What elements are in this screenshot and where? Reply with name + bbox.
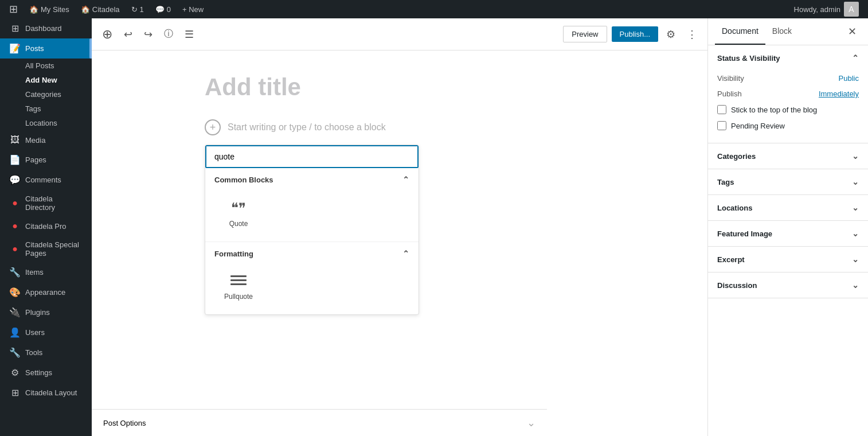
tab-document[interactable]: Document: [715, 18, 765, 45]
my-sites-menu[interactable]: 🏠 My Sites: [25, 0, 74, 18]
sidebar-item-items[interactable]: 🔧 Items: [0, 262, 92, 282]
tags-header[interactable]: Tags ⌄: [708, 169, 868, 194]
post-options-label: Post Options: [103, 419, 146, 427]
locations-header[interactable]: Locations ⌄: [708, 195, 868, 220]
status-visibility-header[interactable]: Status & Visibility ⌃: [708, 45, 868, 71]
post-title-input[interactable]: Add title: [205, 73, 595, 101]
status-visibility-chevron: ⌃: [852, 53, 859, 63]
publish-button[interactable]: Publish...: [612, 26, 658, 42]
sidebar-item-media[interactable]: 🖼 Media: [0, 130, 92, 150]
block-item-quote[interactable]: ❝❞ Quote: [210, 193, 267, 235]
categories-header[interactable]: Categories ⌄: [708, 143, 868, 169]
tags-chevron: ⌄: [852, 177, 859, 186]
block-add-button[interactable]: +: [205, 119, 221, 135]
sidebar-subitem-all-posts[interactable]: All Posts: [0, 59, 92, 73]
wp-logo[interactable]: ⊞: [5, 3, 22, 15]
sidebar-subitem-locations[interactable]: Locations: [0, 116, 92, 130]
sidebar-item-citadela-directory[interactable]: ● Citadela Directory: [0, 190, 92, 216]
formatting-header[interactable]: Formatting ⌃: [205, 242, 419, 263]
more-tools-button[interactable]: ☰: [181, 25, 197, 44]
avatar: A: [844, 2, 859, 17]
discussion-header[interactable]: Discussion ⌄: [708, 272, 868, 298]
publish-value[interactable]: Immediately: [819, 89, 859, 98]
visibility-value[interactable]: Public: [839, 74, 859, 83]
panel-section-categories: Categories ⌄: [708, 143, 868, 169]
sidebar-item-comments[interactable]: 💬 Comments: [0, 170, 92, 190]
formatting-grid: Pullquote: [205, 263, 419, 314]
preview-button[interactable]: Preview: [563, 26, 607, 42]
post-options-chevron[interactable]: ⌄: [527, 416, 535, 429]
comments-sidebar-icon: 💬: [9, 174, 21, 185]
stick-top-row: Stick to the top of the blog: [717, 102, 859, 118]
panel-section-discussion: Discussion ⌄: [708, 272, 868, 298]
citadela-layout-icon: ⊞: [9, 387, 21, 398]
common-blocks-toggle[interactable]: ⌃: [402, 175, 409, 184]
undo-button[interactable]: ↩: [120, 25, 136, 44]
sidebar-item-dashboard[interactable]: ⊞ Dashboard: [0, 18, 92, 38]
media-icon: 🖼: [9, 135, 21, 145]
add-block-button[interactable]: ⊕: [99, 24, 116, 45]
status-visibility-label: Status & Visibility: [717, 54, 780, 63]
pullquote-icon: [230, 274, 247, 289]
block-item-pullquote[interactable]: Pullquote: [210, 267, 267, 307]
updates-menu[interactable]: ↻ 1: [127, 0, 148, 18]
locations-label: Locations: [717, 204, 752, 212]
pending-review-checkbox[interactable]: [717, 121, 726, 130]
close-panel-button[interactable]: ✕: [843, 21, 861, 42]
svg-rect-0: [230, 275, 247, 277]
pending-review-row: Pending Review: [717, 118, 859, 134]
editor-content[interactable]: Add title + Start writing or type / to c…: [92, 50, 707, 436]
admin-bar-right: Howdy, admin A: [789, 2, 863, 17]
block-placeholder[interactable]: + Start writing or type / to choose a bl…: [205, 115, 595, 140]
updates-icon: ↻: [131, 5, 138, 14]
sidebar-item-posts[interactable]: 📝 Posts: [0, 38, 92, 59]
tab-block[interactable]: Block: [765, 18, 799, 45]
formatting-label: Formatting: [214, 250, 253, 258]
sidebar-item-citadela-pro[interactable]: ● Citadela Pro: [0, 216, 92, 236]
sidebar-item-pages[interactable]: 📄 Pages: [0, 150, 92, 170]
formatting-toggle[interactable]: ⌃: [402, 249, 409, 258]
howdy-menu[interactable]: Howdy, admin A: [789, 2, 863, 17]
svg-rect-2: [230, 283, 247, 285]
pending-review-label: Pending Review: [731, 122, 785, 130]
sidebar-item-appearance[interactable]: 🎨 Appearance: [0, 282, 92, 302]
toolbar-right: Preview Publish... ⚙ ⋮: [563, 25, 701, 44]
right-panel-tabs: Document Block ✕: [708, 18, 868, 45]
sidebar-item-users[interactable]: 👤 Users: [0, 322, 92, 342]
sidebar-item-citadela-layout[interactable]: ⊞ Citadela Layout: [0, 383, 92, 403]
common-blocks-label: Common Blocks: [214, 176, 273, 184]
block-search-input[interactable]: [205, 145, 419, 168]
sidebar-subitem-add-new[interactable]: Add New: [0, 73, 92, 87]
discussion-chevron: ⌄: [852, 281, 859, 290]
publish-label: Publish: [717, 89, 742, 98]
toolbar-left: ⊕ ↩ ↪ ⓘ ☰: [99, 24, 197, 45]
settings-toggle-button[interactable]: ⚙: [663, 25, 679, 44]
sidebar-subitem-categories[interactable]: Categories: [0, 87, 92, 102]
stick-top-checkbox[interactable]: [717, 105, 726, 114]
sidebar-item-tools[interactable]: 🔧 Tools: [0, 342, 92, 363]
excerpt-header[interactable]: Excerpt ⌄: [708, 247, 868, 272]
info-button[interactable]: ⓘ: [161, 25, 177, 44]
excerpt-label: Excerpt: [717, 255, 745, 264]
visibility-label: Visibility: [717, 74, 744, 83]
pullquote-label: Pullquote: [224, 293, 253, 301]
featured-image-header[interactable]: Featured Image ⌄: [708, 221, 868, 246]
panel-section-status-visibility: Status & Visibility ⌃ Visibility Public …: [708, 45, 868, 143]
options-menu-button[interactable]: ⋮: [683, 25, 701, 44]
redo-button[interactable]: ↪: [140, 25, 156, 44]
common-blocks-header[interactable]: Common Blocks ⌃: [205, 168, 419, 189]
panel-section-locations: Locations ⌄: [708, 195, 868, 221]
comments-icon: 💬: [155, 5, 165, 14]
sidebar-subitem-tags[interactable]: Tags: [0, 102, 92, 116]
users-icon: 👤: [9, 327, 21, 338]
post-options-bar[interactable]: Post Options ⌄: [92, 409, 547, 436]
new-content-menu[interactable]: + New: [178, 0, 208, 18]
quote-icon: ❝❞: [231, 200, 246, 216]
comments-menu[interactable]: 💬 0: [151, 0, 175, 18]
admin-bar: ⊞ 🏠 My Sites 🏠 Citadela ↻ 1 💬 0 + New Ho…: [0, 0, 868, 18]
sidebar-item-citadela-special[interactable]: ● Citadela Special Pages: [0, 236, 92, 262]
sidebar-item-settings[interactable]: ⚙ Settings: [0, 363, 92, 383]
sidebar-item-plugins[interactable]: 🔌 Plugins: [0, 302, 92, 322]
panel-section-tags: Tags ⌄: [708, 169, 868, 195]
site-name-menu[interactable]: 🏠 Citadela: [76, 0, 124, 18]
